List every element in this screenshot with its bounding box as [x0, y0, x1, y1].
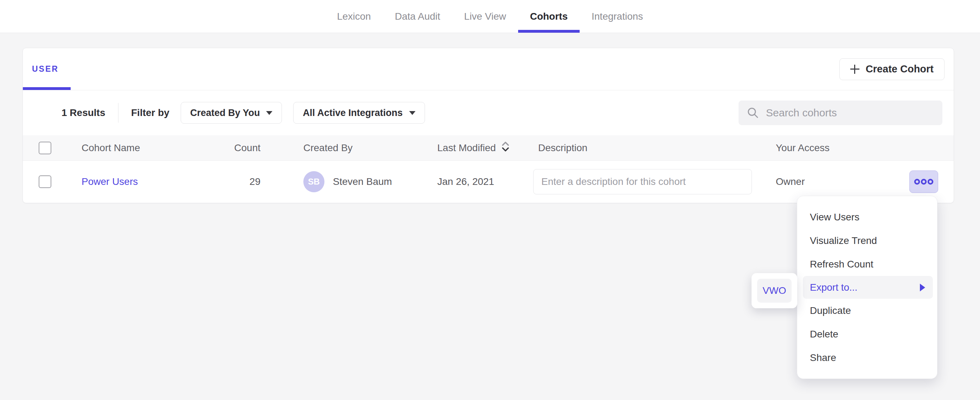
row-actions-menu: View Users Visualize Trend Refresh Count…: [797, 196, 937, 379]
export-to-label: Export to...: [810, 282, 858, 293]
header-count: Count: [174, 142, 262, 154]
header-last-modified[interactable]: Last Modified: [437, 140, 533, 155]
cohorts-panel: USER Create Cohort 1 Results Filter by C…: [22, 48, 954, 203]
table-header: Cohort Name Count Created By Last Modifi…: [23, 135, 954, 161]
more-actions-button[interactable]: [909, 171, 938, 193]
top-navigation: Lexicon Data Audit Live View Cohorts Int…: [325, 0, 655, 33]
search-cohorts-input[interactable]: [766, 107, 934, 119]
create-cohort-button[interactable]: Create Cohort: [839, 58, 945, 80]
created-by-name: Steven Baum: [333, 176, 392, 187]
integrations-dropdown-label: All Active Integrations: [303, 108, 402, 118]
created-by-cell: SB Steven Baum: [262, 171, 437, 192]
row-checkbox-cell: [23, 175, 65, 188]
access-level: Owner: [776, 176, 805, 187]
nav-item-cohorts[interactable]: Cohorts: [518, 0, 580, 33]
triangle-right-icon: [920, 284, 925, 292]
last-modified-date: Jan 26, 2021: [437, 176, 533, 187]
export-submenu: VWO: [751, 273, 797, 308]
results-count: 1 Results: [62, 107, 105, 118]
menu-item-export-to[interactable]: Export to...: [803, 276, 933, 299]
created-by-dropdown-label: Created By You: [190, 108, 260, 118]
menu-item-visualize-trend[interactable]: Visualize Trend: [797, 229, 937, 252]
cohort-name-link[interactable]: Power Users: [81, 176, 138, 187]
created-by-dropdown[interactable]: Created By You: [181, 102, 282, 124]
search-cohorts-box[interactable]: [738, 100, 942, 125]
header-description: Description: [533, 142, 776, 154]
vertical-divider: [118, 103, 119, 123]
nav-item-integrations[interactable]: Integrations: [580, 0, 655, 33]
select-all-checkbox[interactable]: [39, 142, 51, 154]
menu-item-view-users[interactable]: View Users: [797, 205, 937, 229]
menu-item-refresh-count[interactable]: Refresh Count: [797, 252, 937, 276]
your-access-cell: Owner: [776, 171, 954, 193]
tabs-row: USER Create Cohort: [23, 48, 954, 90]
header-created-by: Created By: [262, 142, 437, 154]
row-checkbox[interactable]: [39, 175, 51, 188]
search-icon: [747, 107, 759, 119]
header-cohort-name: Cohort Name: [65, 142, 174, 154]
nav-item-data-audit[interactable]: Data Audit: [383, 0, 452, 33]
menu-item-delete[interactable]: Delete: [797, 322, 937, 346]
top-bar: Lexicon Data Audit Live View Cohorts Int…: [0, 0, 980, 33]
header-checkbox-cell: [23, 142, 65, 154]
more-dots-icon: [913, 178, 934, 186]
tab-user[interactable]: USER: [23, 48, 71, 90]
description-input[interactable]: [533, 169, 752, 194]
cohort-name-cell: Power Users: [65, 176, 174, 187]
nav-item-live-view[interactable]: Live View: [452, 0, 518, 33]
integrations-dropdown[interactable]: All Active Integrations: [293, 102, 425, 124]
filter-by-label: Filter by: [131, 107, 169, 118]
cohort-count: 29: [174, 176, 262, 187]
filter-row: 1 Results Filter by Created By You All A…: [23, 90, 954, 135]
chevron-down-icon: [409, 111, 415, 115]
description-cell: [533, 169, 776, 194]
create-cohort-label: Create Cohort: [866, 63, 934, 75]
avatar: SB: [303, 171, 325, 192]
menu-item-duplicate[interactable]: Duplicate: [797, 299, 937, 322]
chevron-down-icon: [266, 111, 272, 115]
menu-item-share[interactable]: Share: [797, 346, 937, 370]
nav-item-lexicon[interactable]: Lexicon: [325, 0, 383, 33]
sort-icon[interactable]: [501, 140, 510, 155]
submenu-item-vwo[interactable]: VWO: [757, 279, 792, 303]
header-your-access: Your Access: [776, 142, 954, 154]
plus-icon: [850, 65, 859, 74]
